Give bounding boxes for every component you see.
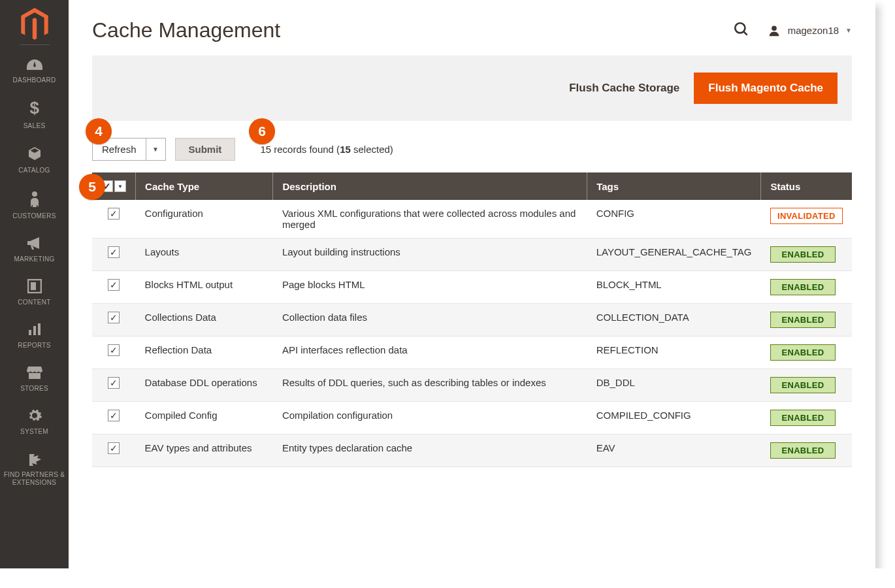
annotation-badge-6: 6 (249, 118, 275, 144)
cell-status: ENABLED (761, 336, 852, 369)
flush-cache-storage-button[interactable]: Flush Cache Storage (569, 82, 679, 95)
caret-down-icon: ▼ (845, 27, 852, 34)
svg-point-1 (32, 191, 37, 197)
sidebar-item-system[interactable]: SYSTEM (0, 400, 69, 444)
records-count: 15 records found (15 selected) (260, 144, 393, 155)
sidebar-item-dashboard[interactable]: DASHBOARD (0, 50, 69, 92)
svg-rect-3 (31, 282, 36, 290)
row-checkbox[interactable]: ✓ (108, 208, 120, 220)
status-badge: INVALIDATED (770, 208, 843, 224)
table-row[interactable]: ✓Reflection DataAPI interfaces reflectio… (92, 336, 852, 369)
cell-tags: BLOCK_HTML (587, 271, 761, 304)
sales-icon: $ (3, 100, 66, 118)
magento-logo-icon[interactable] (20, 8, 50, 38)
sidebar-item-sales[interactable]: $SALES (0, 92, 69, 138)
row-checkbox[interactable]: ✓ (108, 377, 120, 389)
row-checkbox[interactable]: ✓ (108, 312, 120, 323)
svg-line-8 (743, 31, 747, 35)
cell-description: Various XML configurations that were col… (273, 200, 587, 238)
customers-icon (3, 190, 66, 208)
cell-tags: DB_DDL (587, 369, 761, 402)
cell-cache-type: Compiled Config (136, 402, 273, 434)
header-tags[interactable]: Tags (587, 172, 761, 200)
header-status[interactable]: Status (761, 172, 852, 200)
cell-cache-type: Collections Data (136, 304, 273, 336)
cell-cache-type: EAV types and attributes (136, 434, 273, 467)
svg-point-9 (772, 25, 777, 31)
table-row[interactable]: ✓LayoutsLayout building instructionsLAYO… (92, 238, 852, 271)
cell-cache-type: Blocks HTML output (136, 271, 273, 304)
sidebar-item-label: CUSTOMERS (3, 212, 66, 220)
header-description[interactable]: Description (273, 172, 587, 200)
row-checkbox[interactable]: ✓ (108, 442, 120, 454)
sidebar-item-content[interactable]: CONTENT (0, 271, 69, 314)
sidebar: DASHBOARD$SALESCATALOGCUSTOMERSMARKETING… (0, 0, 69, 568)
system-icon (3, 408, 66, 424)
cache-table: ✓ ▼ Cache Type Description Tags Status ✓… (92, 172, 852, 467)
cell-description: Layout building instructions (273, 238, 587, 271)
cell-description: API interfaces reflection data (273, 336, 587, 369)
table-row[interactable]: ✓Blocks HTML outputPage blocks HTMLBLOCK… (92, 271, 852, 304)
select-all-dropdown[interactable]: ▼ (114, 180, 126, 192)
status-badge: ENABLED (770, 246, 836, 263)
cell-description: Entity types declaration cache (273, 434, 587, 467)
status-badge: ENABLED (770, 344, 836, 361)
table-row[interactable]: ✓EAV types and attributesEntity types de… (92, 434, 852, 467)
cell-tags: CONFIG (587, 200, 761, 238)
status-badge: ENABLED (770, 312, 836, 328)
main-content: Cache Management magezon18 ▼ Flush Cache… (69, 0, 875, 568)
table-row[interactable]: ✓Compiled ConfigCompilation configuratio… (92, 402, 852, 434)
sidebar-item-label: DASHBOARD (3, 76, 66, 84)
cell-cache-type: Reflection Data (136, 336, 273, 369)
cell-status: ENABLED (761, 369, 852, 402)
submit-button[interactable]: Submit (175, 138, 236, 161)
catalog-icon (3, 146, 66, 163)
reports-icon (3, 322, 66, 338)
sidebar-item-label: REPORTS (3, 342, 66, 350)
sidebar-item-partners[interactable]: FIND PARTNERS & EXTENSIONS (0, 444, 69, 495)
partners-icon (3, 451, 66, 467)
user-menu[interactable]: magezon18 ▼ (767, 24, 852, 38)
search-icon[interactable] (733, 21, 750, 41)
cell-tags: REFLECTION (587, 336, 761, 369)
flush-magento-cache-button[interactable]: Flush Magento Cache (694, 73, 838, 104)
sidebar-item-catalog[interactable]: CATALOG (0, 138, 69, 182)
status-badge: ENABLED (770, 442, 836, 459)
row-checkbox[interactable]: ✓ (108, 246, 120, 258)
sidebar-item-stores[interactable]: STORES (0, 357, 69, 400)
sidebar-item-label: STORES (3, 385, 66, 393)
row-checkbox[interactable]: ✓ (108, 279, 120, 291)
svg-rect-5 (33, 326, 36, 335)
chevron-down-icon: ▼ (146, 139, 165, 160)
sidebar-item-marketing[interactable]: MARKETING (0, 228, 69, 271)
sidebar-item-reports[interactable]: REPORTS (0, 314, 69, 357)
cell-tags: COLLECTION_DATA (587, 304, 761, 336)
action-bar: Flush Cache Storage Flush Magento Cache (92, 56, 852, 121)
stores-icon (3, 365, 66, 381)
svg-rect-6 (38, 323, 41, 335)
sidebar-item-customers[interactable]: CUSTOMERS (0, 182, 69, 228)
header-cache-type[interactable]: Cache Type (136, 172, 273, 200)
cell-status: INVALIDATED (761, 200, 852, 238)
row-checkbox[interactable]: ✓ (108, 410, 120, 421)
table-row[interactable]: ✓ConfigurationVarious XML configurations… (92, 200, 852, 238)
cell-status: ENABLED (761, 238, 852, 271)
sidebar-item-label: SALES (3, 122, 66, 130)
cell-status: ENABLED (761, 402, 852, 434)
cell-status: ENABLED (761, 434, 852, 467)
cell-description: Page blocks HTML (273, 271, 587, 304)
cell-status: ENABLED (761, 304, 852, 336)
toolbar: 4 6 Refresh ▼ Submit 15 records found (1… (92, 138, 852, 161)
status-badge: ENABLED (770, 377, 836, 393)
table-row[interactable]: ✓Database DDL operationsResults of DDL q… (92, 369, 852, 402)
cell-tags: EAV (587, 434, 761, 467)
row-checkbox[interactable]: ✓ (108, 344, 120, 356)
page-header: Cache Management magezon18 ▼ (92, 0, 852, 56)
sidebar-item-label: MARKETING (3, 255, 66, 263)
table-row[interactable]: ✓Collections DataCollection data filesCO… (92, 304, 852, 336)
divider (20, 44, 50, 45)
sidebar-item-label: SYSTEM (3, 428, 66, 436)
annotation-badge-5: 5 (79, 174, 105, 200)
content-icon (3, 279, 66, 295)
cell-cache-type: Database DDL operations (136, 369, 273, 402)
